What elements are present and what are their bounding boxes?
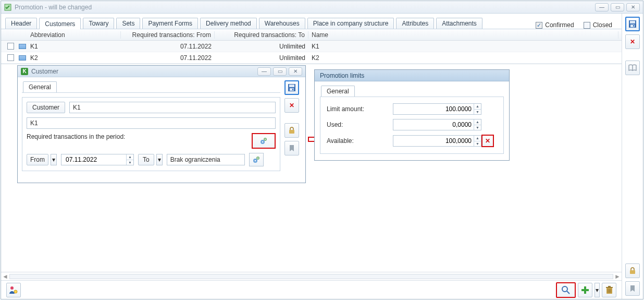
- card-icon: [19, 44, 26, 49]
- sub-maximize-button[interactable]: ▭: [273, 67, 287, 76]
- cell-from: 07.11.2022: [121, 43, 215, 50]
- spin-down[interactable]: ▼: [474, 125, 481, 130]
- spin-up[interactable]: ▲: [474, 119, 481, 125]
- tab-attributes[interactable]: Attributes: [396, 18, 434, 29]
- col-name[interactable]: Name: [308, 31, 618, 39]
- svg-rect-30: [630, 270, 635, 274]
- maximize-button[interactable]: ▭: [611, 3, 624, 11]
- trash-button[interactable]: [602, 283, 616, 297]
- from-date-value[interactable]: [65, 155, 125, 164]
- grid-header: Abbreviation Required transactions: From…: [1, 29, 622, 41]
- period-settings-button[interactable]: [249, 153, 264, 166]
- tab-towary[interactable]: Towary: [83, 18, 114, 29]
- svg-rect-12: [292, 89, 293, 90]
- to-label-button[interactable]: To: [138, 154, 154, 165]
- tab-customers[interactable]: Customers: [39, 18, 81, 29]
- col-to[interactable]: Required transactions: To: [215, 31, 308, 39]
- person-settings-button[interactable]: [6, 283, 21, 297]
- main-bookmark-button[interactable]: [625, 281, 640, 296]
- horizontal-scrollbar[interactable]: ◄►: [1, 272, 622, 280]
- col-from[interactable]: Required transactions: From: [121, 31, 215, 39]
- save-icon: [628, 20, 637, 28]
- from-date-input[interactable]: ▲▼: [61, 154, 134, 165]
- add-button[interactable]: [578, 283, 592, 297]
- row-checkbox[interactable]: [7, 54, 14, 61]
- used-input[interactable]: ▲▼: [393, 119, 481, 130]
- settings-gear-button-highlighted[interactable]: [252, 133, 276, 149]
- sub-minimize-button[interactable]: —: [257, 67, 271, 76]
- customer-window: K Customer — ▭ ✕ General: [17, 65, 306, 183]
- tab-delivery-method[interactable]: Delivery method: [200, 18, 257, 29]
- main-lock-button[interactable]: [625, 263, 640, 278]
- tab-warehouses[interactable]: Warehouses: [259, 18, 305, 29]
- tab-place-company[interactable]: Place in company structure: [307, 18, 394, 29]
- svg-rect-13: [289, 130, 294, 134]
- confirmed-check[interactable]: Confirmed: [536, 21, 574, 29]
- tab-header[interactable]: Header: [5, 18, 37, 29]
- svg-point-16: [562, 286, 567, 292]
- customer-name-input[interactable]: K1: [27, 117, 276, 129]
- cell-name: K2: [308, 54, 618, 62]
- main-save-button[interactable]: [625, 17, 640, 31]
- save-icon: [288, 83, 296, 92]
- close-button[interactable]: ✕: [626, 3, 640, 11]
- svg-rect-29: [633, 25, 634, 27]
- cell-to: Unlimited: [215, 43, 308, 50]
- tab-sets[interactable]: Sets: [116, 18, 140, 29]
- search-icon: [561, 285, 571, 295]
- sub-delete-button[interactable]: ✕: [284, 98, 299, 113]
- card-icon: [19, 55, 26, 61]
- available-input[interactable]: ▲▼: [393, 135, 481, 147]
- to-value-input[interactable]: Brak ograniczenia: [167, 154, 245, 165]
- minimize-button[interactable]: —: [595, 3, 609, 11]
- spin-down[interactable]: ▼: [126, 160, 133, 165]
- closed-check[interactable]: Closed: [584, 21, 612, 29]
- svg-point-14: [10, 286, 14, 290]
- sub-lock-button[interactable]: [284, 123, 299, 138]
- col-abbreviation[interactable]: Abbreviation: [27, 31, 121, 39]
- to-dropdown[interactable]: ▾: [156, 154, 163, 165]
- customer-lookup-button[interactable]: Customer: [27, 102, 65, 113]
- plus-icon: [581, 286, 589, 294]
- svg-rect-19: [581, 289, 589, 291]
- customer-code-input[interactable]: K1: [69, 102, 276, 113]
- check-icon: [536, 22, 542, 29]
- tab-payment-forms[interactable]: Payment Forms: [142, 18, 198, 29]
- add-dropdown[interactable]: ▾: [595, 283, 600, 297]
- from-dropdown[interactable]: ▾: [51, 154, 57, 165]
- spin-down[interactable]: ▼: [474, 141, 481, 147]
- spin-up[interactable]: ▲: [474, 136, 481, 141]
- sub-save-button[interactable]: [284, 80, 299, 95]
- tab-general[interactable]: General: [23, 81, 57, 92]
- gear-icon: [252, 155, 261, 164]
- titlebar: Promotion - will be changed — ▭ ✕: [1, 1, 643, 14]
- confirmed-label: Confirmed: [545, 21, 574, 29]
- main-delete-button[interactable]: ✕: [625, 34, 640, 49]
- required-period-label: Required transactions in the period:: [27, 133, 125, 140]
- search-button[interactable]: [556, 282, 576, 298]
- svg-rect-21: [606, 287, 613, 288]
- sub-bookmark-button[interactable]: [284, 141, 299, 155]
- spin-up[interactable]: ▲: [126, 154, 133, 160]
- svg-point-4: [265, 139, 266, 140]
- table-row[interactable]: K2 07.11.2022 Unlimited K2: [1, 52, 622, 64]
- main-book-button[interactable]: [625, 61, 640, 75]
- bookmark-icon: [629, 285, 636, 292]
- spin-down[interactable]: ▼: [474, 110, 481, 115]
- tab-attachments[interactable]: Attachments: [436, 18, 482, 29]
- customer-window-title: Customer: [31, 68, 58, 75]
- limits-tab-general[interactable]: General: [321, 86, 355, 97]
- svg-point-15: [14, 290, 17, 293]
- from-label-button[interactable]: From: [27, 154, 48, 165]
- limit-amount-input[interactable]: ▲▼: [393, 103, 481, 115]
- sub-close-button[interactable]: ✕: [289, 67, 302, 76]
- limits-close-button[interactable]: ✕: [481, 135, 494, 147]
- book-icon: [628, 64, 637, 71]
- cell-to: Unlimited: [215, 54, 308, 62]
- closed-label: Closed: [593, 21, 612, 29]
- spin-up[interactable]: ▲: [474, 104, 481, 110]
- svg-line-17: [567, 291, 569, 294]
- promotion-limits-title: Promotion limits: [315, 70, 509, 81]
- table-row[interactable]: K1 07.11.2022 Unlimited K1: [1, 41, 622, 52]
- row-checkbox[interactable]: [7, 43, 14, 50]
